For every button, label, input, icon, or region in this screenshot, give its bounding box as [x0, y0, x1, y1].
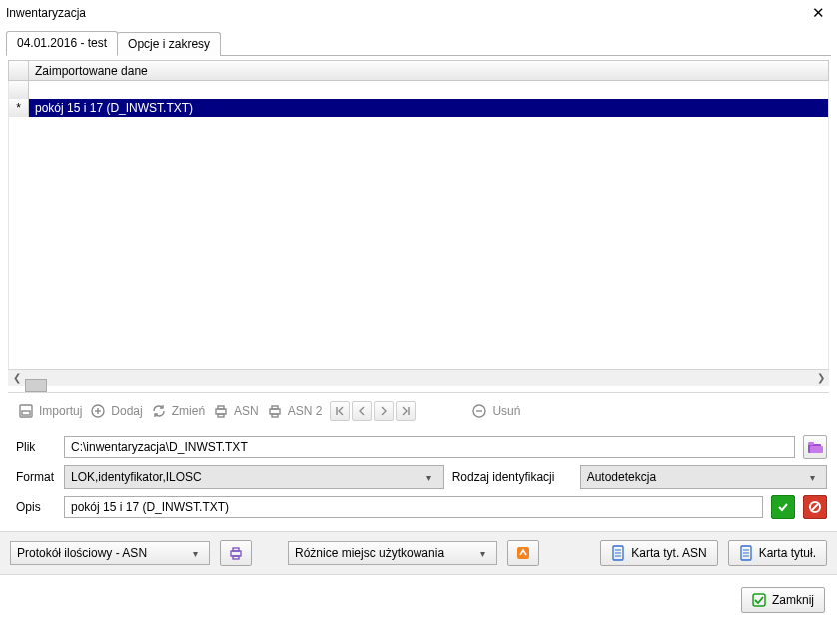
grid: Zaimportowane dane * pokój 15 i 17 (D_IN…: [8, 60, 829, 386]
svg-rect-9: [272, 406, 278, 409]
protocol-value: Protokół ilościowy - ASN: [17, 546, 187, 560]
check-square-icon: [752, 593, 766, 607]
svg-rect-22: [233, 556, 239, 559]
karta-tytul-button[interactable]: Karta tytuł.: [728, 540, 827, 566]
footer: Zamknij: [0, 575, 837, 644]
tab-options-ranges[interactable]: Opcje i zakresy: [117, 32, 221, 56]
format-combo[interactable]: LOK,identyfikator,ILOSC ▾: [64, 465, 444, 489]
grid-header[interactable]: Zaimportowane dane: [8, 60, 829, 81]
printer-icon: [228, 545, 244, 561]
label-plik: Plik: [16, 440, 56, 454]
browse-file-button[interactable]: [803, 435, 827, 459]
nav-first-button[interactable]: [330, 401, 350, 421]
chevron-last-icon: [401, 406, 411, 416]
asn-label: ASN: [234, 404, 259, 418]
chevron-down-icon: ▾: [804, 472, 820, 483]
close-icon[interactable]: ✕: [808, 4, 829, 22]
description-input[interactable]: [64, 496, 763, 518]
delete-button[interactable]: Usuń: [471, 403, 520, 419]
row-format: Format LOK,identyfikator,ILOSC ▾ Rodzaj …: [16, 465, 827, 489]
horizontal-scrollbar[interactable]: ❮ ❯: [8, 369, 829, 386]
svg-rect-16: [808, 442, 814, 445]
label-opis: Opis: [16, 500, 56, 514]
table-row[interactable]: [9, 81, 828, 99]
tab-label: Opcje i zakresy: [128, 37, 210, 51]
scroll-right-icon[interactable]: ❯: [812, 370, 829, 387]
asn2-button[interactable]: ASN 2: [267, 403, 323, 419]
svg-rect-17: [810, 446, 823, 453]
diff-action-button[interactable]: [507, 540, 539, 566]
confirm-button[interactable]: [771, 495, 795, 519]
nav-next-button[interactable]: [374, 401, 394, 421]
document-icon: [739, 545, 753, 561]
nav-prev-button[interactable]: [352, 401, 372, 421]
svg-rect-5: [216, 409, 226, 414]
printer-icon: [267, 403, 283, 419]
karta-asn-button[interactable]: Karta tyt. ASN: [600, 540, 717, 566]
import-button[interactable]: Importuj: [18, 403, 82, 419]
row-marker: *: [9, 99, 29, 117]
toolbar: Importuj Dodaj Zmień ASN ASN 2 Usuń: [0, 397, 837, 427]
change-button[interactable]: Zmień: [151, 403, 205, 419]
chevron-left-icon: [357, 406, 367, 416]
folder-open-icon: [807, 440, 823, 454]
minus-circle-icon: [471, 403, 487, 419]
table-row[interactable]: * pokój 15 i 17 (D_INWST.TXT): [9, 99, 828, 117]
svg-rect-32: [753, 594, 765, 606]
column-header-imported[interactable]: Zaimportowane dane: [29, 61, 828, 80]
svg-rect-1: [22, 411, 30, 415]
close-label: Zamknij: [772, 593, 814, 607]
title-bar: Inwentaryzacja ✕: [0, 0, 837, 28]
row-opis: Opis: [16, 495, 827, 519]
row-marker: [9, 81, 29, 99]
tab-label: 04.01.2016 - test: [17, 36, 107, 50]
chevron-first-icon: [335, 406, 345, 416]
row-cell: pokój 15 i 17 (D_INWST.TXT): [29, 99, 828, 117]
chevron-down-icon: ▾: [187, 548, 203, 559]
asn2-label: ASN 2: [288, 404, 323, 418]
svg-rect-10: [272, 414, 278, 417]
stop-icon: [808, 500, 822, 514]
print-protocol-button[interactable]: [220, 540, 252, 566]
scroll-thumb[interactable]: [25, 379, 47, 392]
plus-circle-icon: [90, 403, 106, 419]
chevron-down-icon: ▾: [421, 472, 437, 483]
diff-combo[interactable]: Różnice miejsc użytkowania ▾: [288, 541, 497, 565]
add-label: Dodaj: [111, 404, 142, 418]
row-marker-header: [9, 61, 29, 80]
label-format: Format: [16, 470, 56, 484]
file-path-input[interactable]: [64, 436, 795, 458]
svg-line-19: [812, 504, 818, 510]
form-area: Plik Format LOK,identyfikator,ILOSC ▾ Ro…: [0, 427, 837, 531]
diff-value: Różnice miejsc użytkowania: [295, 546, 474, 560]
close-button[interactable]: Zamknij: [741, 587, 825, 613]
row-plik: Plik: [16, 435, 827, 459]
karta-asn-label: Karta tyt. ASN: [631, 546, 706, 560]
format-value: LOK,identyfikator,ILOSC: [71, 470, 421, 484]
tab-date-test[interactable]: 04.01.2016 - test: [6, 31, 118, 56]
asn-button[interactable]: ASN: [213, 403, 259, 419]
protocol-combo[interactable]: Protokół ilościowy - ASN ▾: [10, 541, 210, 565]
rodzaj-value: Autodetekcja: [587, 470, 804, 484]
nav-last-button[interactable]: [396, 401, 416, 421]
svg-rect-7: [218, 414, 224, 417]
svg-rect-21: [233, 548, 239, 551]
cancel-button[interactable]: [803, 495, 827, 519]
nav-group: [330, 401, 416, 421]
change-label: Zmień: [172, 404, 205, 418]
scroll-left-icon[interactable]: ❮: [8, 370, 25, 387]
add-button[interactable]: Dodaj: [90, 403, 142, 419]
grid-body[interactable]: * pokój 15 i 17 (D_INWST.TXT): [8, 81, 829, 369]
document-icon: [611, 545, 625, 561]
refresh-icon: [151, 403, 167, 419]
import-icon: [18, 403, 34, 419]
rodzaj-combo[interactable]: Autodetekcja ▾: [580, 465, 827, 489]
row-cell: [29, 81, 828, 99]
separator: [8, 392, 829, 393]
karta-tytul-label: Karta tytuł.: [759, 546, 816, 560]
printer-icon: [213, 403, 229, 419]
import-label: Importuj: [39, 404, 82, 418]
bottom-strip: Protokół ilościowy - ASN ▾ Różnice miejs…: [0, 531, 837, 575]
window-title: Inwentaryzacja: [6, 6, 808, 20]
compare-icon: [515, 545, 531, 561]
